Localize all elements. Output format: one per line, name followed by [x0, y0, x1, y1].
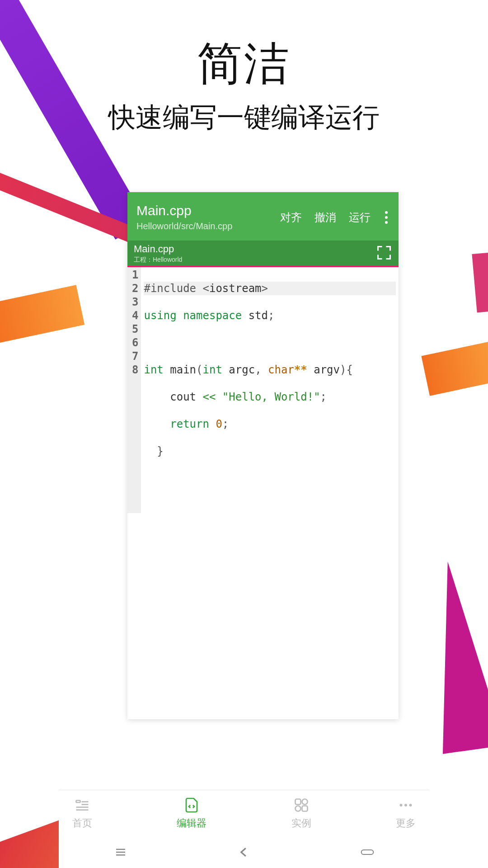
run-button[interactable]: 运行 — [349, 210, 371, 225]
hero-subtitle: 快速编写一键编译运行 — [0, 99, 488, 136]
decor-pink-right — [472, 253, 488, 313]
editor-toolbar: Main.cpp Helloworld/src/Main.cpp 对齐 撤消 运… — [127, 192, 399, 241]
code-editor[interactable]: 1 2 3 4 5 6 7 8 #include <iostream> usin… — [127, 267, 399, 719]
code-content[interactable]: #include <iostream> using namespace std;… — [141, 267, 399, 513]
nav-more-label: 更多 — [396, 816, 416, 830]
nav-examples[interactable]: 实例 — [291, 797, 311, 830]
grid-icon — [293, 797, 310, 814]
more-icon — [397, 797, 414, 814]
tab-filename[interactable]: Main.cpp — [134, 243, 182, 255]
svg-point-11 — [409, 804, 412, 807]
svg-point-10 — [404, 804, 407, 807]
system-nav-bar — [59, 838, 429, 868]
editor-tabbar: Main.cpp 工程：Helloworld — [127, 241, 399, 266]
decor-magenta-triangle — [416, 557, 488, 754]
svg-rect-0 — [76, 801, 80, 803]
home-icon — [74, 797, 91, 814]
file-title: Main.cpp — [136, 203, 232, 218]
code-file-icon — [183, 797, 200, 814]
editor-panel: Main.cpp Helloworld/src/Main.cpp 对齐 撤消 运… — [127, 192, 399, 719]
svg-rect-8 — [302, 806, 307, 811]
svg-rect-5 — [295, 799, 300, 805]
file-path: Helloworld/src/Main.cpp — [136, 221, 232, 231]
tab-project: 工程：Helloworld — [134, 256, 182, 264]
decor-orange-left — [0, 285, 84, 344]
nav-home-label: 首页 — [72, 816, 92, 830]
fullscreen-icon[interactable] — [376, 245, 392, 263]
sys-home-icon[interactable] — [361, 845, 374, 861]
more-menu-icon[interactable] — [383, 211, 389, 224]
align-button[interactable]: 对齐 — [280, 210, 302, 225]
nav-examples-label: 实例 — [291, 816, 311, 830]
svg-rect-15 — [361, 850, 374, 854]
decor-orange-right — [421, 341, 488, 396]
nav-more[interactable]: 更多 — [396, 797, 416, 830]
svg-rect-7 — [295, 806, 300, 811]
bottom-nav: 首页 编辑器 实例 更多 — [59, 790, 429, 838]
hero-title: 简洁 — [0, 34, 488, 95]
svg-rect-6 — [302, 799, 307, 805]
line-number-gutter: 1 2 3 4 5 6 7 8 — [127, 267, 141, 513]
nav-editor[interactable]: 编辑器 — [177, 797, 206, 830]
sys-back-icon[interactable] — [237, 845, 251, 861]
undo-button[interactable]: 撤消 — [314, 210, 336, 225]
hero-area: 简洁 快速编写一键编译运行 — [0, 34, 488, 136]
nav-editor-label: 编辑器 — [177, 816, 206, 830]
sys-menu-icon[interactable] — [114, 845, 127, 861]
nav-home[interactable]: 首页 — [72, 797, 92, 830]
svg-point-9 — [399, 804, 402, 807]
